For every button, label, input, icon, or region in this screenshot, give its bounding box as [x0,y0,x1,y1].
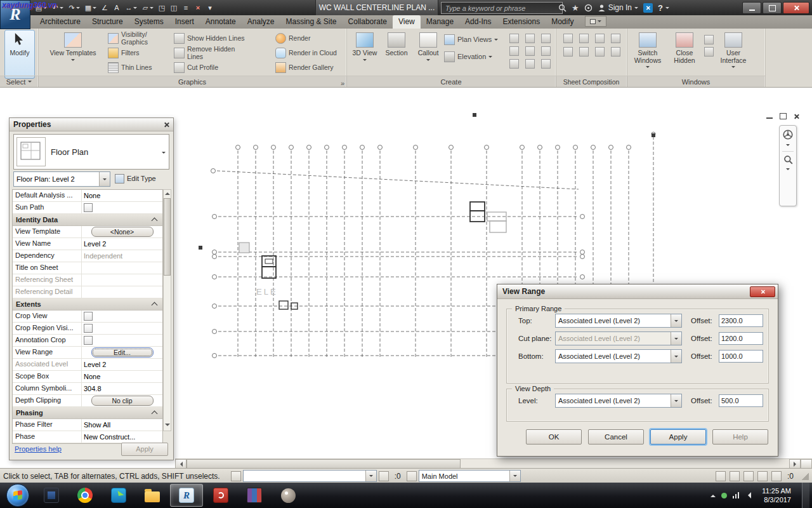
exclude-options-icon[interactable] [716,471,726,481]
combo-dropdown-button[interactable] [671,314,681,327]
plan-views-button[interactable]: Plan Views [443,31,504,48]
horizontal-scrollbar[interactable] [175,458,812,469]
properties-palette-titlebar[interactable]: Properties [10,118,173,131]
taskbar-pdf-reader-button[interactable] [205,485,237,506]
ribbon-tab-architecture[interactable]: Architecture [34,15,86,29]
switch-windows-button[interactable]: Switch Windows [631,30,665,77]
tray-antivirus-icon[interactable] [721,493,727,498]
close-hidden-button[interactable]: Close Hidden [667,30,702,77]
prop-row-crop-region-visi[interactable]: Crop Region Visi... [13,323,162,335]
view-close-icon[interactable] [794,114,799,119]
ribbon-tab-collaborate[interactable]: Collaborate [343,15,393,29]
offset-input-cut-plane[interactable]: 1200.0 [719,332,763,345]
worksets-icon[interactable] [231,471,241,481]
taskbar-chrome-browser-button[interactable] [69,485,101,506]
help-search-input[interactable]: Type a keyword or phrase [441,2,563,14]
render-gallery-button[interactable]: Render Gallery [274,60,344,74]
combo-dropdown-button[interactable] [365,471,376,481]
view-reference-button[interactable] [578,34,590,43]
filters-button[interactable]: Filters [107,46,170,60]
cut-profile-button[interactable]: Cut Profile [173,60,252,74]
guide-grid-button[interactable] [562,47,574,57]
sign-in-button[interactable]: Sign In [598,3,638,12]
help-menu-button[interactable]: ? [658,3,669,13]
insert-view-button[interactable] [508,59,520,69]
view-restore-icon[interactable] [780,113,787,119]
taskbar-image-editor-button[interactable] [272,485,304,506]
exchange-apps-icon[interactable] [643,3,653,13]
scroll-left-button[interactable] [175,459,187,469]
help-button[interactable]: Help [712,429,768,444]
favorites-star-icon[interactable]: ★ [572,3,579,13]
prop-row-column-symboli[interactable]: Column Symboli...304.8 [13,383,162,395]
steering-wheel-icon[interactable] [782,129,794,140]
level-combo-level[interactable]: Associated Level (Level 2) [555,394,682,408]
close-properties-icon[interactable] [164,122,169,128]
ribbon-tab-analyze[interactable]: Analyze [242,15,280,29]
ribbon-tab-add-ins[interactable]: Add-Ins [459,15,497,29]
legends-button[interactable] [539,34,552,43]
scroll-right-button[interactable] [789,459,801,469]
offset-input-bottom[interactable]: 1000.0 [719,350,763,363]
close-button[interactable] [783,2,809,14]
prop-section-phasing[interactable]: Phasing [13,407,162,419]
communication-center-icon[interactable] [584,4,593,12]
ribbon-tab-annotate[interactable]: Annotate [200,15,242,29]
prop-row-title-on-sheet[interactable]: Title on Sheet [13,262,162,274]
qat-tag-by-category-button[interactable]: ▱ [140,1,155,14]
qat-close-hidden-windows-button[interactable]: × [192,1,204,14]
cascade-windows-icon[interactable] [704,35,714,44]
prop-row-crop-view[interactable]: Crop View [13,311,162,323]
qat-print-button[interactable]: ▦ [82,1,98,14]
annotation-crop-checkbox[interactable] [84,336,93,345]
crop-region-visi-checkbox[interactable] [84,324,93,333]
duplicate-view-button[interactable] [523,34,536,43]
title-block-button[interactable] [594,34,606,43]
view-instance-combo[interactable]: Floor Plan: Level 2 [13,171,110,187]
qat-section-button[interactable]: ◫ [168,1,180,14]
chevron-down-icon[interactable] [786,168,790,172]
combo-dropdown-button[interactable] [509,471,520,481]
show-hidden-lines-button[interactable]: Show Hidden Lines [173,31,252,45]
3d-view-button[interactable]: 3D View [350,30,379,77]
properties-apply-button[interactable]: Apply [121,443,168,456]
apply-button[interactable]: Apply [650,429,706,444]
prop-row-referencing-sheet[interactable]: Referencing Sheet [13,274,162,286]
insert-from-file-button[interactable] [610,47,622,57]
prop-row-dependency[interactable]: DependencyIndependent [13,250,162,262]
ribbon-tab-structure[interactable]: Structure [86,15,129,29]
combo-dropdown-button[interactable] [99,172,110,186]
tray-chevron-icon[interactable] [710,492,716,497]
combo-dropdown-button[interactable] [671,350,681,363]
select-links-icon[interactable] [743,471,754,481]
new-sheet-button[interactable] [562,34,574,43]
view-templates-button[interactable]: View Templates [43,30,103,77]
dialog-close-button[interactable] [750,286,775,297]
qat-customize-qat-button[interactable]: ▾ [204,1,216,14]
taskbar-app-window-dark-button[interactable] [36,485,67,506]
properties-help-link[interactable]: Properties help [15,445,62,453]
more-views-button[interactable] [539,59,552,69]
tray-network-icon[interactable] [733,492,740,498]
chevron-down-icon[interactable] [162,152,166,156]
section-button[interactable]: Section [382,30,411,77]
view-range-dialog-titlebar[interactable]: View Range [497,284,778,299]
remove-hidden-lines-button[interactable]: Remove Hidden Lines [173,46,252,60]
prop-row-view-name[interactable]: View NameLevel 2 [13,238,162,250]
view-range-button[interactable]: Edit... [91,347,154,358]
scrollbar-thumb[interactable] [164,198,171,276]
taskbar-file-explorer-button[interactable] [136,485,168,506]
zoom-icon[interactable] [783,155,793,164]
worksets-combo[interactable] [243,470,377,482]
matchline-button[interactable] [578,47,590,57]
user-interface-button[interactable]: User Interface [716,30,750,77]
show-desktop-button[interactable] [802,483,809,508]
prop-row-view-template[interactable]: View Template<None> [13,226,162,238]
prop-row-referencing-detail[interactable]: Referencing Detail [13,286,162,298]
select-pinned-icon[interactable] [757,471,768,481]
search-icon[interactable] [558,4,566,12]
combo-dropdown-button[interactable] [671,394,681,407]
taskbar-download-manager-button[interactable] [103,485,134,506]
prop-section-identity-data[interactable]: Identity Data [13,214,162,226]
prop-row-phase-filter[interactable]: Phase FilterShow All [13,419,162,431]
